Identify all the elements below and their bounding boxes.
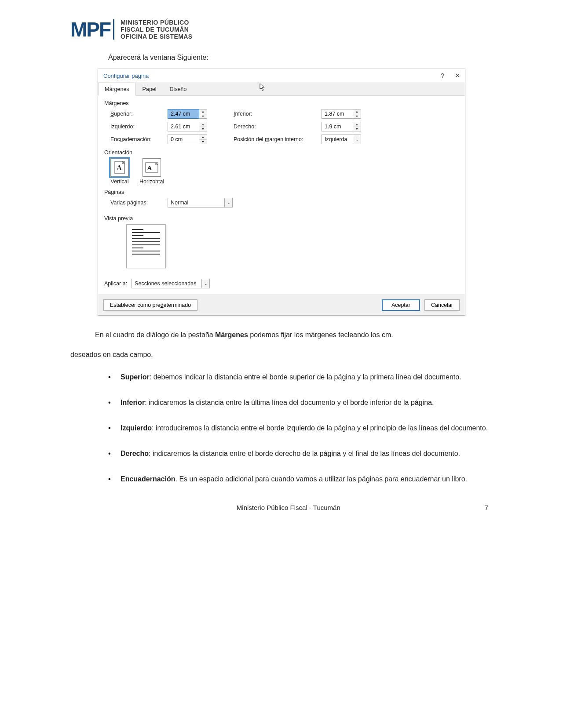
- varias-paginas-dropdown[interactable]: Normal ⌄: [168, 198, 233, 207]
- varias-paginas-value[interactable]: Normal: [168, 198, 225, 207]
- logo-abbrev: MPF: [70, 18, 117, 41]
- aplicar-a-label: Aplicar a:: [104, 280, 127, 287]
- close-button[interactable]: ✕: [455, 72, 461, 80]
- izquierdo-spinner[interactable]: ▲▼: [168, 122, 216, 131]
- spin-down-icon[interactable]: ▼: [199, 140, 207, 144]
- svg-text:A: A: [117, 164, 122, 171]
- footer-org: Ministerio Público Fiscal - Tucumán: [92, 504, 485, 511]
- derecho-label: Derecho:: [234, 124, 322, 130]
- encuadernacion-spinner[interactable]: ▲▼: [168, 135, 216, 144]
- spin-buttons[interactable]: ▲▼: [199, 109, 207, 119]
- spin-up-icon[interactable]: ▲: [353, 122, 361, 127]
- dialog-footer: Establecer como predeterminado Aceptar C…: [98, 295, 465, 315]
- cancel-button[interactable]: Cancelar: [424, 299, 460, 311]
- inferior-label: Inferior:: [234, 111, 322, 117]
- logo-line3: OFICINA DE SISTEMAS: [121, 33, 192, 40]
- pages-section-label: Páginas: [104, 189, 459, 195]
- logo-header: MPF MINISTERIO PÚBLICO FISCAL DE TUCUMÁN…: [70, 18, 493, 41]
- spin-buttons[interactable]: ▲▼: [353, 122, 361, 131]
- spin-down-icon[interactable]: ▼: [353, 114, 361, 119]
- orientation-vertical-option[interactable]: A Vertical: [110, 158, 129, 185]
- bullet-superior: Superior: debemos indicar la distancia e…: [108, 370, 493, 384]
- orientation-vertical-label: Vertical: [111, 178, 129, 185]
- aplicar-a-value[interactable]: Secciones seleccionadas: [132, 279, 202, 288]
- spin-down-icon[interactable]: ▼: [199, 114, 207, 119]
- superior-label: Superior:: [110, 111, 168, 117]
- bullet-izquierdo: Izquierdo: introduciremos la distancia e…: [108, 421, 493, 435]
- para1-bold: Márgenes: [215, 331, 248, 339]
- orientation-section-label: Orientación: [104, 149, 459, 156]
- page-footer: Ministerio Público Fiscal - Tucumán 7: [70, 504, 493, 511]
- orientation-horizontal-option[interactable]: A Horizontal: [139, 158, 164, 185]
- help-button[interactable]: ?: [441, 72, 444, 80]
- svg-text:A: A: [147, 164, 152, 171]
- dialog-title-bar: Configurar página ? ✕: [98, 69, 465, 82]
- derecho-spinner[interactable]: ▲▼: [322, 122, 370, 131]
- page-number: 7: [485, 504, 488, 511]
- bullet-text: . Es un espacio adicional para cuando va…: [175, 475, 467, 483]
- orientation-row: A Vertical A Horizontal: [110, 158, 459, 185]
- landscape-icon: A: [143, 158, 161, 177]
- dialog-title: Configurar página: [103, 73, 441, 79]
- logo-separator: [113, 19, 114, 40]
- inferior-spinner[interactable]: ▲▼: [322, 109, 370, 119]
- preview-page-icon: [126, 224, 166, 268]
- set-default-button[interactable]: Establecer como predeterminado: [103, 299, 197, 311]
- chevron-down-icon[interactable]: ⌄: [353, 135, 361, 144]
- para1-pre: En el cuadro de diálogo de la pestaña: [95, 331, 215, 339]
- apply-row: Aplicar a: Secciones seleccionadas ⌄: [104, 279, 459, 288]
- spin-buttons[interactable]: ▲▼: [353, 109, 361, 119]
- chevron-down-icon[interactable]: ⌄: [202, 279, 210, 288]
- spin-down-icon[interactable]: ▼: [353, 127, 361, 131]
- pages-row: Varias páginas: Normal ⌄: [110, 198, 459, 207]
- izquierdo-label: Izquierdo:: [110, 124, 168, 130]
- bullets-list: Superior: debemos indicar la distancia e…: [70, 370, 493, 486]
- varias-paginas-label: Varias páginas:: [110, 200, 159, 206]
- margins-grid: Superior: ▲▼ Inferior: ▲▼ Izquierdo: ▲▼ …: [110, 109, 459, 144]
- posicion-label: Posición del margen interno:: [234, 136, 322, 142]
- accept-button[interactable]: Aceptar: [382, 299, 420, 311]
- bullet-bold: Encuadernación: [121, 475, 175, 483]
- izquierdo-input[interactable]: [168, 122, 199, 131]
- bullet-text: : debemos indicar la distancia entre el …: [150, 373, 461, 381]
- aplicar-a-dropdown[interactable]: Secciones seleccionadas ⌄: [132, 279, 210, 288]
- spin-up-icon[interactable]: ▲: [199, 135, 207, 140]
- derecho-input[interactable]: [322, 122, 353, 131]
- inferior-input[interactable]: [322, 109, 353, 119]
- bullet-bold: Izquierdo: [121, 424, 152, 432]
- encuadernacion-label: Encuadernación:: [110, 136, 168, 142]
- spin-up-icon[interactable]: ▲: [353, 109, 361, 114]
- page-setup-dialog: Configurar página ? ✕ Márgenes Papel Dis…: [98, 69, 465, 316]
- bullet-derecho: Derecho: indicaremos la distancia entre …: [108, 447, 493, 461]
- tab-strip: Márgenes Papel Diseño: [98, 82, 465, 96]
- tab-margenes[interactable]: Márgenes: [98, 83, 136, 96]
- bullet-bold: Superior: [121, 373, 150, 381]
- spin-up-icon[interactable]: ▲: [199, 109, 207, 114]
- logo-abbrev-text: MPF: [70, 18, 110, 41]
- logo-line1: MINISTERIO PÚBLICO: [121, 19, 192, 26]
- logo-line2: FISCAL DE TUCUMÁN: [121, 26, 192, 33]
- cursor-icon: [260, 83, 266, 96]
- tab-diseno[interactable]: Diseño: [163, 83, 194, 96]
- spin-buttons[interactable]: ▲▼: [199, 135, 207, 144]
- bullet-text: : indicaremos la distancia entre el bord…: [149, 450, 460, 457]
- superior-spinner[interactable]: ▲▼: [168, 109, 216, 119]
- bullet-bold: Inferior: [121, 399, 145, 406]
- spin-down-icon[interactable]: ▼: [199, 127, 207, 131]
- body-paragraph-1: En el cuadro de diálogo de la pestaña Má…: [95, 328, 493, 342]
- spin-buttons[interactable]: ▲▼: [199, 122, 207, 131]
- preview-section-label: Vista previa: [104, 215, 459, 222]
- tab-papel[interactable]: Papel: [136, 83, 163, 96]
- spin-up-icon[interactable]: ▲: [199, 122, 207, 127]
- chevron-down-icon[interactable]: ⌄: [225, 198, 233, 207]
- posicion-dropdown[interactable]: Izquierda ⌄: [322, 135, 370, 144]
- bullet-text: : introduciremos la distancia entre el b…: [152, 424, 488, 432]
- para1-post: podemos fijar los márgenes tecleando los…: [248, 331, 393, 339]
- bullet-text: : indicaremos la distancia entre la últi…: [145, 399, 434, 406]
- intro-text: Aparecerá la ventana Siguiente:: [108, 54, 493, 62]
- superior-input[interactable]: [168, 109, 199, 119]
- body-paragraph-2: deseados en cada campo.: [70, 348, 493, 361]
- encuadernacion-input[interactable]: [168, 135, 199, 144]
- posicion-value[interactable]: Izquierda: [322, 135, 353, 144]
- bullet-inferior: Inferior: indicaremos la distancia entre…: [108, 396, 493, 410]
